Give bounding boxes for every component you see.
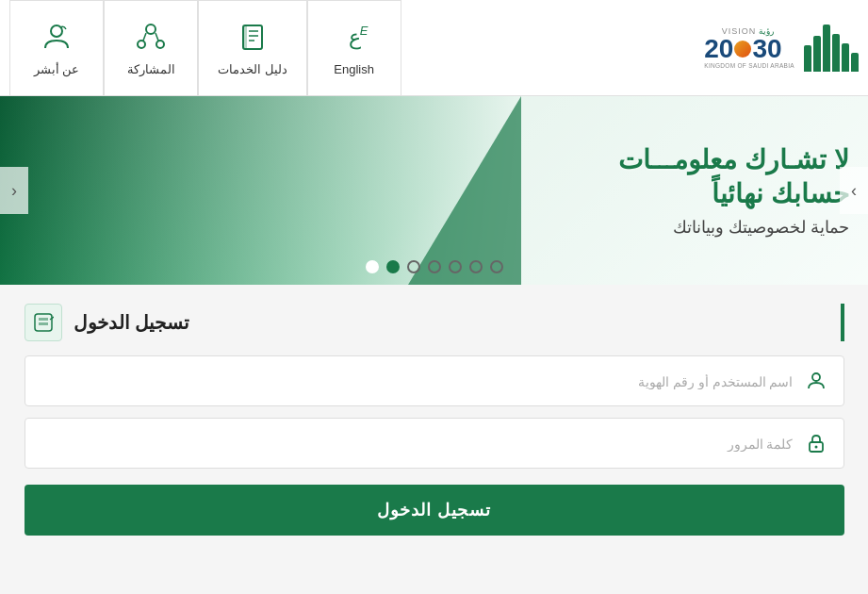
banner-content: لا تشـارك معلومـــات حسابك نهائياً حماية… [618,143,849,238]
svg-point-17 [812,373,820,381]
nav-item-services-guide[interactable]: دليل الخدمات [198,0,307,96]
dot-1[interactable] [366,260,379,273]
share-icon [133,19,169,55]
vision-20: 20 [704,36,733,62]
nav-item-english[interactable]: ع E English [307,0,401,96]
username-input[interactable] [40,373,794,389]
language-icon: ع E [336,19,372,55]
svg-rect-3 [243,25,247,49]
header: VISION رؤية 2030 KINGDOM OF SAUDI ARABIA… [0,0,868,96]
svg-point-9 [156,41,164,48]
nav-label-services: دليل الخدمات [218,62,287,76]
svg-point-8 [138,41,145,48]
svg-rect-15 [39,322,48,325]
banner-prev-arrow[interactable]: ‹ [0,167,28,214]
bar6 [804,45,811,72]
hero-banner: لا تشـارك معلومـــات حسابك نهائياً حماية… [0,96,868,285]
login-box-icon [33,312,54,333]
main-nav: ع E English دليل الخدمات [9,0,401,96]
nav-item-participation[interactable]: المشاركة [104,0,198,96]
banner-next-arrow[interactable]: › [840,167,868,214]
bar4 [823,25,830,72]
absher-head-icon [39,19,74,55]
nav-label-english: English [334,62,374,76]
login-title: تسجيل الدخول [74,311,190,334]
nav-label-about: عن أبشر [34,62,80,76]
vision-year-display: 2030 [704,36,794,62]
bar3 [832,34,840,72]
book-icon [235,19,270,55]
login-section: تسجيل الدخول [25,304,844,536]
password-input[interactable] [40,436,794,452]
bar2 [842,43,849,72]
logo-area: VISION رؤية 2030 KINGDOM OF SAUDI ARABIA [704,25,859,72]
main-content: تسجيل الدخول [0,285,868,554]
banner-dots [366,260,503,273]
password-input-group [25,418,844,469]
lock-icon [803,430,829,456]
dot-3[interactable] [407,260,420,273]
svg-rect-14 [39,318,48,321]
user-icon [803,368,829,394]
banner-triangle [408,96,521,285]
svg-text:ع: ع [348,25,360,50]
svg-text:E: E [359,24,368,38]
svg-point-7 [146,25,156,34]
svg-line-11 [156,33,158,41]
banner-title-line1: لا تشـارك معلومـــات [618,145,849,174]
dot-4[interactable] [428,260,441,273]
nav-label-participation: المشاركة [127,62,175,76]
nav-item-about-absher[interactable]: عن أبشر [9,0,104,96]
svg-point-19 [814,446,817,449]
username-input-group [25,355,844,406]
banner-subtitle: حماية لخصوصيتك وبياناتك [618,217,849,238]
banner-title-line2: حسابك نهائياً [712,180,849,209]
vision-circle [734,41,751,58]
banner-title: لا تشـارك معلومـــات حسابك نهائياً [618,143,849,212]
login-button[interactable]: تسجيل الدخول [25,485,844,536]
dot-6[interactable] [469,260,483,273]
dot-2[interactable] [386,260,400,273]
bar5 [813,36,821,72]
login-title-row: تسجيل الدخول [25,304,844,341]
absher-bars-icon [804,25,859,72]
vision-subtitle: KINGDOM OF SAUDI ARABIA [704,62,794,69]
dot-5[interactable] [449,260,462,273]
vision-30: 30 [752,36,781,62]
svg-line-10 [143,33,146,41]
login-icon-box [25,304,62,341]
bar1 [851,53,859,72]
dot-7[interactable] [490,260,503,273]
vision-2030-logo: VISION رؤية 2030 KINGDOM OF SAUDI ARABIA [704,26,794,69]
absher-logo [804,25,859,72]
